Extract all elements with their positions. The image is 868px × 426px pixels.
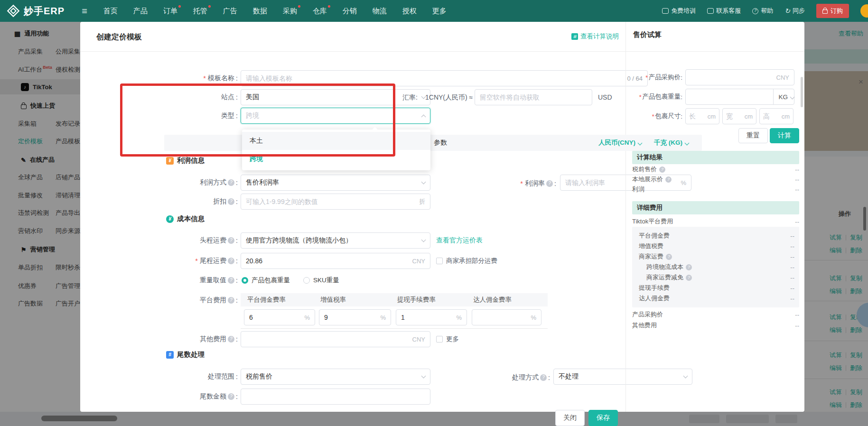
dropdown-option-crossborder[interactable]: 跨境	[242, 150, 430, 168]
result-row: 利润--	[632, 185, 799, 194]
withdrawal-fee-rate-field[interactable]: %	[396, 309, 467, 325]
template-name-input[interactable]	[246, 74, 623, 82]
vip-badge[interactable]	[860, 4, 868, 18]
view-calc-explanation-link[interactable]: ≣查看计算说明	[571, 32, 619, 41]
hamburger-icon[interactable]: ≡	[82, 6, 87, 17]
package-weight-input[interactable]	[691, 93, 769, 101]
rounding-amount-field[interactable]	[241, 389, 430, 405]
nav-hosting[interactable]: 托管	[193, 7, 207, 16]
creator-commission-rate-input[interactable]	[477, 314, 528, 321]
rounding-mode-select[interactable]: 不处理	[553, 369, 692, 385]
nav-ads[interactable]: 广告	[223, 7, 237, 16]
more-checkbox[interactable]	[436, 336, 443, 343]
nav-products[interactable]: 产品	[133, 7, 148, 16]
purchase-price-field[interactable]: CNY	[685, 69, 794, 85]
length-field[interactable]: cm	[685, 108, 719, 124]
question-icon[interactable]	[228, 336, 234, 343]
profit-method-select[interactable]: 售价利润率	[241, 175, 430, 191]
weight-source-label: 重量取值:	[164, 276, 238, 285]
platform-commission-rate-field[interactable]: %	[244, 309, 315, 325]
question-icon[interactable]	[228, 179, 234, 186]
platform-fee-header-row: 平台佣金费率 增值税率 提现手续费率 达人佣金费率	[241, 293, 548, 306]
training-icon	[662, 8, 669, 14]
detail-fee-header: 详细费用	[632, 201, 799, 214]
vat-rate-field[interactable]: %	[319, 309, 391, 325]
close-button[interactable]: 关闭	[555, 410, 585, 426]
weight-unit-select[interactable]: 千克 (KG)	[654, 139, 689, 147]
question-icon[interactable]	[228, 258, 234, 264]
platform-commission-rate-input[interactable]	[249, 314, 301, 321]
contact-support-button[interactable]: 联系客服	[707, 7, 741, 15]
nav-orders[interactable]: 订单	[163, 7, 177, 16]
question-icon[interactable]	[666, 254, 672, 260]
question-icon[interactable]	[665, 176, 672, 183]
other-fee-field[interactable]: CNY	[241, 331, 430, 347]
col-header: 增值税率	[317, 296, 393, 304]
currency-select[interactable]: 人民币(CNY)	[598, 139, 642, 147]
weight-unit-select[interactable]: KG	[773, 89, 794, 104]
first-leg-freight-select[interactable]: 使用官方跨境物流（跨境物流小包）	[241, 232, 430, 249]
merchant-bears-freight-checkbox[interactable]	[436, 258, 443, 264]
nav-more[interactable]: 更多	[432, 7, 447, 16]
vat-rate-input[interactable]	[324, 314, 377, 321]
modal-scrollbar-thumb[interactable]	[801, 77, 803, 107]
question-icon[interactable]	[686, 264, 692, 270]
trial-panel-title: 售价试算	[633, 30, 662, 39]
result-row: 税前售价--	[632, 165, 799, 174]
exchange-rate-unit: USD	[598, 93, 612, 101]
type-dropdown-menu: 本土 跨境	[242, 130, 430, 170]
nav-data[interactable]: 数据	[253, 7, 267, 16]
discount-input[interactable]	[246, 198, 416, 205]
site-select[interactable]: 美国	[241, 89, 430, 105]
nav-warehouse[interactable]: 仓库	[313, 7, 327, 16]
rounding-scope-select[interactable]: 税前售价	[241, 369, 430, 385]
other-fee-input[interactable]	[246, 335, 410, 343]
length-input[interactable]	[689, 112, 705, 120]
height-field[interactable]: cm	[759, 108, 793, 124]
type-select[interactable]: 跨境	[241, 108, 430, 124]
width-input[interactable]	[726, 112, 742, 120]
reset-button[interactable]: 重置	[738, 128, 768, 143]
question-icon[interactable]	[686, 275, 692, 281]
order-button[interactable]: 订购	[816, 4, 849, 18]
nav-logistics[interactable]: 物流	[373, 7, 387, 16]
nav-home[interactable]: 首页	[103, 7, 118, 16]
withdrawal-fee-rate-input[interactable]	[401, 314, 453, 321]
exchange-rate-input[interactable]	[480, 93, 587, 101]
rounding-amount-input[interactable]	[246, 393, 425, 400]
free-training-button[interactable]: 免费培训	[662, 7, 696, 15]
package-weight-field[interactable]: KG	[685, 89, 794, 105]
sync-button[interactable]: 同步	[784, 7, 805, 15]
last-leg-freight-field[interactable]: CNY	[241, 253, 430, 269]
chevron-down-icon	[421, 374, 426, 379]
width-field[interactable]: cm	[722, 108, 756, 124]
question-icon[interactable]	[659, 167, 665, 173]
question-icon[interactable]	[540, 374, 547, 381]
discount-field[interactable]: 折	[241, 194, 430, 210]
nav-authorization[interactable]: 授权	[402, 7, 417, 16]
brand[interactable]: 妙手ERP	[7, 4, 65, 18]
template-name-field[interactable]: 0 / 64	[241, 70, 648, 86]
package-weight-radio[interactable]	[242, 277, 248, 284]
nav-distribution[interactable]: 分销	[343, 7, 357, 16]
question-icon[interactable]	[228, 198, 234, 205]
sku-weight-radio[interactable]	[303, 277, 310, 284]
calculate-button[interactable]: 计算	[770, 128, 799, 143]
exchange-rate-label: 汇率:	[402, 93, 418, 102]
question-icon[interactable]	[228, 393, 234, 400]
official-price-table-link[interactable]: 查看官方运价表	[436, 236, 483, 245]
dropdown-option-local[interactable]: 本土	[242, 132, 430, 150]
exchange-rate-field[interactable]	[475, 89, 592, 105]
last-leg-freight-label: 尾程运费:	[164, 257, 238, 265]
nav-purchasing[interactable]: 采购	[283, 7, 297, 16]
last-leg-freight-input[interactable]	[246, 257, 410, 265]
question-icon[interactable]	[228, 277, 234, 284]
creator-commission-rate-field[interactable]: %	[472, 309, 541, 325]
help-button[interactable]: 帮助	[752, 7, 773, 15]
purchase-price-input[interactable]	[691, 74, 774, 81]
question-icon[interactable]	[546, 180, 553, 187]
save-button[interactable]: 保存	[588, 410, 618, 426]
question-icon[interactable]	[228, 297, 234, 304]
height-input[interactable]	[763, 112, 779, 120]
question-icon[interactable]	[228, 237, 234, 244]
